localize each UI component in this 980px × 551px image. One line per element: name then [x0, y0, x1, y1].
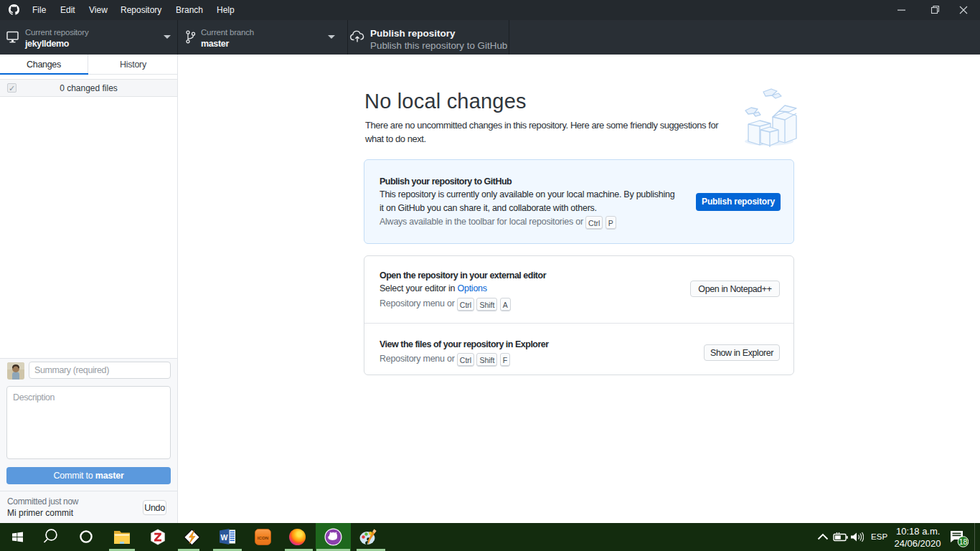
svg-text:W: W: [221, 533, 228, 542]
svg-text:ICON: ICON: [258, 535, 269, 540]
svg-text:18: 18: [959, 537, 968, 546]
